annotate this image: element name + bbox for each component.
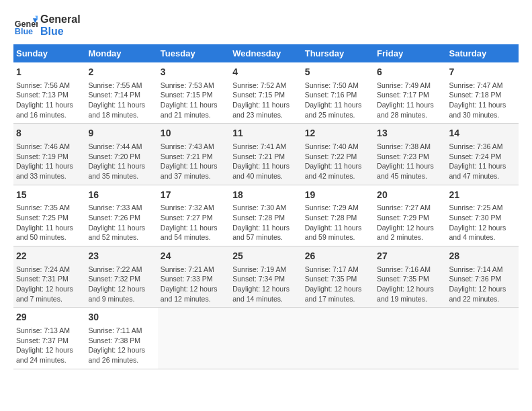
day-number: 12 (305, 127, 371, 140)
day-number: 28 (449, 250, 516, 263)
day-number: 11 (232, 127, 299, 140)
calendar-cell: 23Sunrise: 7:22 AMSunset: 7:32 PMDayligh… (85, 246, 157, 308)
day-info: Sunrise: 7:36 AMSunset: 7:24 PMDaylight:… (449, 142, 516, 181)
day-number: 3 (161, 66, 227, 79)
day-info: Sunrise: 7:46 AMSunset: 7:19 PMDaylight:… (16, 142, 83, 181)
day-number: 16 (88, 189, 154, 202)
calendar-cell: 22Sunrise: 7:24 AMSunset: 7:31 PMDayligh… (13, 246, 85, 308)
calendar-table: SundayMondayTuesdayWednesdayThursdayFrid… (13, 44, 519, 369)
col-header-wednesday: Wednesday (230, 44, 302, 62)
calendar-cell: 26Sunrise: 7:17 AMSunset: 7:35 PMDayligh… (302, 246, 374, 308)
day-number: 2 (88, 66, 154, 79)
day-number: 18 (232, 189, 299, 202)
day-number: 25 (232, 250, 299, 263)
calendar-cell: 19Sunrise: 7:29 AMSunset: 7:28 PMDayligh… (302, 185, 374, 246)
calendar-cell: 11Sunrise: 7:41 AMSunset: 7:21 PMDayligh… (230, 124, 302, 185)
day-info: Sunrise: 7:11 AMSunset: 7:38 PMDaylight:… (88, 326, 154, 365)
day-info: Sunrise: 7:35 AMSunset: 7:25 PMDaylight:… (16, 203, 83, 242)
col-header-sunday: Sunday (13, 44, 85, 62)
col-header-saturday: Saturday (447, 44, 519, 62)
day-number: 24 (161, 250, 227, 263)
calendar-cell: 17Sunrise: 7:32 AMSunset: 7:27 PMDayligh… (158, 185, 230, 246)
day-info: Sunrise: 7:56 AMSunset: 7:13 PMDaylight:… (16, 81, 83, 120)
calendar-cell: 28Sunrise: 7:14 AMSunset: 7:36 PMDayligh… (447, 246, 519, 308)
calendar-cell: 5Sunrise: 7:50 AMSunset: 7:16 PMDaylight… (302, 62, 374, 124)
svg-text:Blue: Blue (15, 27, 33, 36)
calendar-cell: 1Sunrise: 7:56 AMSunset: 7:13 PMDaylight… (13, 62, 85, 124)
day-number: 29 (16, 311, 83, 324)
day-number: 21 (449, 189, 516, 202)
calendar-cell: 13Sunrise: 7:38 AMSunset: 7:23 PMDayligh… (374, 124, 446, 185)
day-info: Sunrise: 7:30 AMSunset: 7:28 PMDaylight:… (232, 203, 299, 242)
calendar-cell (302, 308, 374, 369)
day-info: Sunrise: 7:29 AMSunset: 7:28 PMDaylight:… (305, 203, 371, 242)
day-info: Sunrise: 7:38 AMSunset: 7:23 PMDaylight:… (377, 142, 443, 181)
day-info: Sunrise: 7:19 AMSunset: 7:34 PMDaylight:… (232, 265, 299, 304)
day-number: 6 (377, 66, 443, 79)
day-number: 13 (377, 127, 443, 140)
calendar-cell (447, 308, 519, 369)
day-info: Sunrise: 7:17 AMSunset: 7:35 PMDaylight:… (305, 265, 371, 304)
day-info: Sunrise: 7:32 AMSunset: 7:27 PMDaylight:… (161, 203, 227, 242)
day-number: 5 (305, 66, 371, 79)
day-info: Sunrise: 7:47 AMSunset: 7:18 PMDaylight:… (449, 81, 516, 120)
day-number: 1 (16, 66, 83, 79)
day-number: 8 (16, 127, 83, 140)
calendar-cell: 6Sunrise: 7:49 AMSunset: 7:17 PMDaylight… (374, 62, 446, 124)
calendar-cell: 18Sunrise: 7:30 AMSunset: 7:28 PMDayligh… (230, 185, 302, 246)
calendar-cell: 12Sunrise: 7:40 AMSunset: 7:22 PMDayligh… (302, 124, 374, 185)
day-number: 17 (161, 189, 227, 202)
day-info: Sunrise: 7:43 AMSunset: 7:21 PMDaylight:… (161, 142, 227, 181)
calendar-cell: 21Sunrise: 7:25 AMSunset: 7:30 PMDayligh… (447, 185, 519, 246)
calendar-cell: 3Sunrise: 7:53 AMSunset: 7:15 PMDaylight… (158, 62, 230, 124)
day-info: Sunrise: 7:50 AMSunset: 7:16 PMDaylight:… (305, 81, 371, 120)
day-number: 10 (161, 127, 227, 140)
day-info: Sunrise: 7:24 AMSunset: 7:31 PMDaylight:… (16, 265, 83, 304)
day-info: Sunrise: 7:22 AMSunset: 7:32 PMDaylight:… (88, 265, 154, 304)
day-info: Sunrise: 7:27 AMSunset: 7:29 PMDaylight:… (377, 203, 443, 242)
calendar-cell: 29Sunrise: 7:13 AMSunset: 7:37 PMDayligh… (13, 308, 85, 369)
calendar-cell: 30Sunrise: 7:11 AMSunset: 7:38 PMDayligh… (85, 308, 157, 369)
day-info: Sunrise: 7:21 AMSunset: 7:33 PMDaylight:… (161, 265, 227, 304)
col-header-thursday: Thursday (302, 44, 374, 62)
day-info: Sunrise: 7:44 AMSunset: 7:20 PMDaylight:… (88, 142, 154, 181)
day-info: Sunrise: 7:41 AMSunset: 7:21 PMDaylight:… (232, 142, 299, 181)
calendar-cell (374, 308, 446, 369)
calendar-cell: 9Sunrise: 7:44 AMSunset: 7:20 PMDaylight… (85, 124, 157, 185)
calendar-cell: 10Sunrise: 7:43 AMSunset: 7:21 PMDayligh… (158, 124, 230, 185)
day-info: Sunrise: 7:25 AMSunset: 7:30 PMDaylight:… (449, 203, 516, 242)
col-header-tuesday: Tuesday (158, 44, 230, 62)
calendar-cell (230, 308, 302, 369)
calendar-cell: 27Sunrise: 7:16 AMSunset: 7:35 PMDayligh… (374, 246, 446, 308)
calendar-cell: 4Sunrise: 7:52 AMSunset: 7:15 PMDaylight… (230, 62, 302, 124)
day-number: 9 (88, 127, 154, 140)
day-number: 15 (16, 189, 83, 202)
calendar-cell: 14Sunrise: 7:36 AMSunset: 7:24 PMDayligh… (447, 124, 519, 185)
calendar-cell: 15Sunrise: 7:35 AMSunset: 7:25 PMDayligh… (13, 185, 85, 246)
day-number: 23 (88, 250, 154, 263)
day-number: 22 (16, 250, 83, 263)
day-info: Sunrise: 7:53 AMSunset: 7:15 PMDaylight:… (161, 81, 227, 120)
calendar-cell: 25Sunrise: 7:19 AMSunset: 7:34 PMDayligh… (230, 246, 302, 308)
day-info: Sunrise: 7:40 AMSunset: 7:22 PMDaylight:… (305, 142, 371, 181)
calendar-cell: 2Sunrise: 7:55 AMSunset: 7:14 PMDaylight… (85, 62, 157, 124)
col-header-monday: Monday (85, 44, 157, 62)
logo: General Blue General Blue (13, 13, 81, 38)
day-number: 20 (377, 189, 443, 202)
day-info: Sunrise: 7:16 AMSunset: 7:35 PMDaylight:… (377, 265, 443, 304)
day-info: Sunrise: 7:33 AMSunset: 7:26 PMDaylight:… (88, 203, 154, 242)
day-info: Sunrise: 7:55 AMSunset: 7:14 PMDaylight:… (88, 81, 154, 120)
calendar-cell: 20Sunrise: 7:27 AMSunset: 7:29 PMDayligh… (374, 185, 446, 246)
day-info: Sunrise: 7:52 AMSunset: 7:15 PMDaylight:… (232, 81, 299, 120)
calendar-cell: 16Sunrise: 7:33 AMSunset: 7:26 PMDayligh… (85, 185, 157, 246)
day-number: 14 (449, 127, 516, 140)
calendar-cell: 7Sunrise: 7:47 AMSunset: 7:18 PMDaylight… (447, 62, 519, 124)
col-header-friday: Friday (374, 44, 446, 62)
page-header: General Blue General Blue (13, 13, 519, 38)
day-number: 30 (88, 311, 154, 324)
day-info: Sunrise: 7:14 AMSunset: 7:36 PMDaylight:… (449, 265, 516, 304)
calendar-cell: 8Sunrise: 7:46 AMSunset: 7:19 PMDaylight… (13, 124, 85, 185)
day-number: 26 (305, 250, 371, 263)
day-number: 27 (377, 250, 443, 263)
calendar-cell (158, 308, 230, 369)
